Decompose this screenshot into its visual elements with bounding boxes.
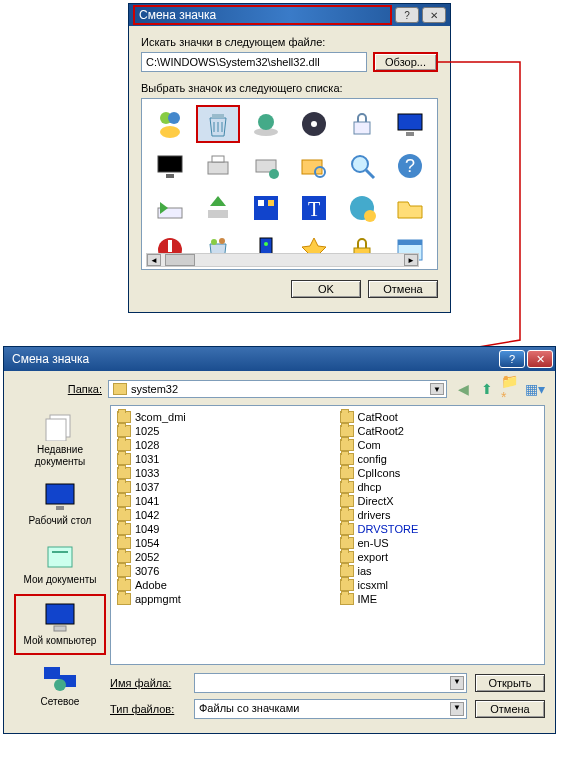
run-icon[interactable] bbox=[148, 189, 192, 227]
folder-item[interactable]: 1028 bbox=[115, 438, 318, 452]
globe-settings-icon[interactable] bbox=[340, 189, 384, 227]
folder-item[interactable]: ias bbox=[338, 564, 541, 578]
folder-item[interactable]: 1049 bbox=[115, 522, 318, 536]
svg-rect-8 bbox=[354, 122, 370, 134]
svg-rect-33 bbox=[168, 240, 172, 252]
folder-item[interactable]: 1033 bbox=[115, 466, 318, 480]
folder-open-icon[interactable] bbox=[388, 189, 432, 227]
eject-icon[interactable] bbox=[196, 189, 240, 227]
folder-item[interactable]: 3com_dmi bbox=[115, 410, 318, 424]
place-network[interactable]: Сетевое bbox=[14, 657, 106, 714]
folder-item[interactable]: 1041 bbox=[115, 494, 318, 508]
printer-icon[interactable] bbox=[196, 147, 240, 185]
folder-item[interactable]: drivers bbox=[338, 508, 541, 522]
folder-item[interactable]: DRVSTORE bbox=[338, 522, 541, 536]
close-button[interactable]: ✕ bbox=[422, 7, 446, 23]
help-button[interactable]: ? bbox=[499, 350, 525, 368]
place-my-computer[interactable]: Мой компьютер bbox=[14, 594, 106, 655]
monitor-icon[interactable] bbox=[388, 105, 432, 143]
open-button[interactable]: Открыть bbox=[475, 674, 545, 692]
place-desktop[interactable]: Рабочий стол bbox=[14, 476, 106, 533]
folder-icon bbox=[117, 537, 131, 549]
msn-icon[interactable] bbox=[148, 105, 192, 143]
chevron-down-icon[interactable]: ▼ bbox=[450, 676, 464, 690]
folder-item[interactable]: appmgmt bbox=[115, 592, 318, 606]
svg-rect-24 bbox=[208, 210, 228, 218]
browse-button[interactable]: Обзор... bbox=[373, 52, 438, 72]
icon-list[interactable]: ?T ◄ ► bbox=[141, 98, 438, 270]
search-label: Искать значки в следующем файле: bbox=[141, 36, 438, 48]
monitor2-icon[interactable] bbox=[148, 147, 192, 185]
place-recent-docs[interactable]: Недавние документы bbox=[14, 405, 106, 474]
folder-icon bbox=[340, 467, 354, 479]
svg-rect-47 bbox=[52, 551, 68, 553]
svg-point-7 bbox=[311, 121, 317, 127]
folder-item[interactable]: CatRoot2 bbox=[338, 424, 541, 438]
folder-search-icon[interactable] bbox=[292, 147, 336, 185]
folder-icon bbox=[340, 593, 354, 605]
folder-item[interactable]: 1025 bbox=[115, 424, 318, 438]
chevron-down-icon[interactable]: ▼ bbox=[450, 702, 464, 716]
close-button[interactable]: ✕ bbox=[527, 350, 553, 368]
folder-item[interactable]: dhcp bbox=[338, 480, 541, 494]
folder-item[interactable]: DirectX bbox=[338, 494, 541, 508]
disc-icon[interactable] bbox=[292, 105, 336, 143]
cancel-button[interactable]: Отмена bbox=[368, 280, 438, 298]
folder-name: ias bbox=[358, 565, 372, 577]
horizontal-scrollbar[interactable]: ◄ ► bbox=[146, 253, 419, 267]
folder-item[interactable]: 1037 bbox=[115, 480, 318, 494]
filetype-value: Файлы со значками bbox=[199, 702, 299, 714]
folder-item[interactable]: export bbox=[338, 550, 541, 564]
file-list[interactable]: 3com_dmi10251028103110331037104110421049… bbox=[110, 405, 545, 665]
chevron-down-icon[interactable]: ▼ bbox=[430, 383, 444, 395]
cancel-button[interactable]: Отмена bbox=[475, 700, 545, 718]
titlebar[interactable]: Смена значка ? ✕ bbox=[4, 347, 555, 371]
scroll-right[interactable]: ► bbox=[404, 254, 418, 266]
help-icon[interactable]: ? bbox=[388, 147, 432, 185]
folder-item[interactable]: IME bbox=[338, 592, 541, 606]
titlebar[interactable]: Смена значка ? ✕ bbox=[129, 4, 450, 26]
new-folder-icon[interactable]: 📁* bbox=[501, 379, 521, 399]
views-icon[interactable]: ▦▾ bbox=[525, 379, 545, 399]
recycle-bin-icon[interactable] bbox=[196, 105, 240, 143]
folder-name: 1042 bbox=[135, 509, 159, 521]
ok-button[interactable]: OK bbox=[291, 280, 361, 298]
folder-item[interactable]: CatRoot bbox=[338, 410, 541, 424]
help-button[interactable]: ? bbox=[395, 7, 419, 23]
filename-combo[interactable]: ▼ bbox=[194, 673, 467, 693]
folder-name: 1054 bbox=[135, 537, 159, 549]
folder-item[interactable]: 1054 bbox=[115, 536, 318, 550]
control-panel-icon[interactable] bbox=[244, 189, 288, 227]
place-my-documents[interactable]: Мои документы bbox=[14, 535, 106, 592]
folder-item[interactable]: 2052 bbox=[115, 550, 318, 564]
security-icon[interactable] bbox=[340, 105, 384, 143]
scroll-thumb[interactable] bbox=[165, 254, 195, 266]
folder-item[interactable]: icsxml bbox=[338, 578, 541, 592]
folder-item[interactable]: 1031 bbox=[115, 452, 318, 466]
folder-item[interactable]: CplIcons bbox=[338, 466, 541, 480]
folder-item[interactable]: Com bbox=[338, 438, 541, 452]
up-icon[interactable]: ⬆ bbox=[477, 379, 497, 399]
scroll-left[interactable]: ◄ bbox=[147, 254, 161, 266]
folder-name: dhcp bbox=[358, 481, 382, 493]
folder-item[interactable]: 1042 bbox=[115, 508, 318, 522]
file-path-input[interactable] bbox=[141, 52, 367, 72]
folder-item[interactable]: config bbox=[338, 452, 541, 466]
svg-rect-50 bbox=[44, 667, 60, 679]
back-icon[interactable]: ◀ bbox=[453, 379, 473, 399]
magnify-icon[interactable] bbox=[340, 147, 384, 185]
printer-net-icon[interactable] bbox=[244, 147, 288, 185]
folder-icon bbox=[117, 523, 131, 535]
folder-icon bbox=[340, 537, 354, 549]
world-disc-icon[interactable] bbox=[244, 105, 288, 143]
folder-dropdown[interactable]: system32 ▼ bbox=[108, 380, 447, 398]
folder-icon bbox=[117, 453, 131, 465]
folder-item[interactable]: Adobe bbox=[115, 578, 318, 592]
folder-icon bbox=[117, 411, 131, 423]
font-icon[interactable]: T bbox=[292, 189, 336, 227]
folder-item[interactable]: en-US bbox=[338, 536, 541, 550]
filetype-combo[interactable]: Файлы со значками ▼ bbox=[194, 699, 467, 719]
folder-icon bbox=[117, 495, 131, 507]
filetype-label: Тип файлов: bbox=[110, 703, 186, 715]
folder-item[interactable]: 3076 bbox=[115, 564, 318, 578]
